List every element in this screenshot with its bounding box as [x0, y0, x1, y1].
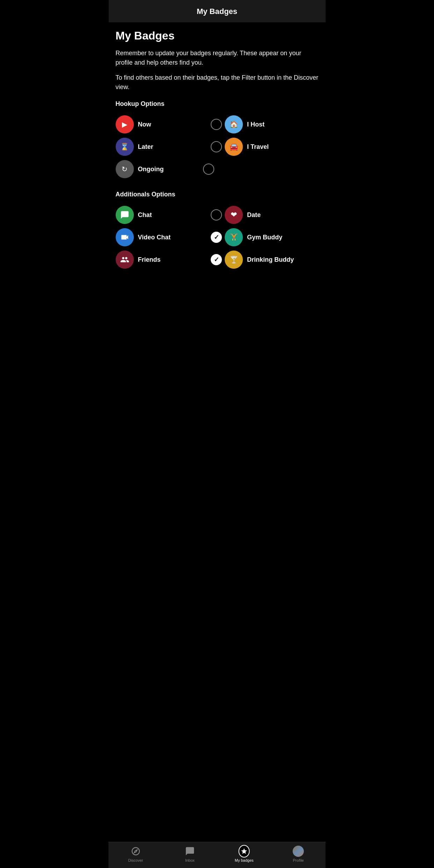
nav-profile[interactable]: Profile	[288, 846, 309, 862]
badge-row-now-ihost: ▶ Now 🏠 I Host	[116, 113, 319, 136]
profile-avatar	[293, 846, 304, 857]
later-checkbox-area[interactable]	[209, 141, 225, 152]
ongoing-checkbox-area[interactable]	[202, 164, 217, 175]
nav-inbox[interactable]: Inbox	[179, 846, 200, 862]
videochat-icon-svg	[120, 233, 129, 242]
badge-item-friends: Friends	[116, 251, 210, 269]
friends-icon-svg	[120, 255, 129, 264]
itravel-icon: 🚘	[225, 138, 243, 156]
mybadges-label: My badges	[235, 858, 254, 862]
discover-label: Discover	[128, 858, 143, 862]
friends-label: Friends	[138, 256, 161, 263]
hookup-section-header: Hookup Options	[116, 100, 319, 108]
nav-discover[interactable]: Discover	[125, 846, 146, 862]
page-title: My Badges	[116, 29, 319, 42]
badge-item-ihost: 🏠 I Host	[225, 115, 319, 133]
app-header: My Badges	[109, 0, 326, 22]
later-icon: ⌛	[116, 138, 134, 156]
videochat-icon	[116, 228, 134, 246]
badge-item-drinkingbuddy: 🍸 Drinking Buddy	[225, 251, 319, 269]
friends-icon	[116, 251, 134, 269]
drinkingbuddy-icon: 🍸	[225, 251, 243, 269]
badge-item-date: ❤ Date	[225, 206, 319, 224]
description-1: Remember to update your badges regularly…	[116, 49, 319, 67]
badge-item-videochat: Video Chat	[116, 228, 210, 246]
profile-label: Profile	[293, 858, 304, 862]
videochat-checkbox-area[interactable]	[209, 232, 225, 243]
ongoing-icon: ↻	[116, 160, 134, 178]
drinkingbuddy-label: Drinking Buddy	[247, 256, 294, 263]
friends-checkbox-area[interactable]	[209, 254, 225, 265]
star-icon-svg	[241, 848, 248, 855]
gymbuddy-label: Gym Buddy	[247, 234, 282, 241]
chat-checkbox-area[interactable]	[209, 209, 225, 220]
description-2: To find others based on their badges, ta…	[116, 73, 319, 92]
nav-my-badges[interactable]: My badges	[234, 846, 255, 862]
now-checkbox[interactable]	[211, 119, 222, 130]
now-label: Now	[138, 121, 151, 128]
mybadges-icon	[239, 846, 250, 857]
badge-item-ongoing: ↻ Ongoing	[116, 160, 202, 178]
additionals-section-header: Additionals Options	[116, 191, 319, 198]
header-title: My Badges	[197, 7, 237, 16]
badge-row-chat-date: Chat ❤ Date	[116, 204, 319, 226]
now-icon: ▶	[116, 115, 134, 133]
badge-item-now: ▶ Now	[116, 115, 210, 133]
itravel-label: I Travel	[247, 143, 269, 151]
ongoing-label: Ongoing	[138, 166, 164, 173]
chat-label: Chat	[138, 211, 152, 219]
ongoing-checkbox[interactable]	[203, 164, 214, 175]
now-checkbox-area[interactable]	[209, 119, 225, 130]
badge-row-later-itravel: ⌛ Later 🚘 I Travel	[116, 136, 319, 158]
discover-icon	[130, 846, 141, 857]
badge-row-videochat-gymbuddy: Video Chat 🏋 Gym Buddy	[116, 226, 319, 248]
friends-checkbox[interactable]	[211, 254, 222, 265]
videochat-label: Video Chat	[138, 234, 171, 241]
inbox-icon-svg	[185, 846, 195, 856]
bottom-nav: Discover Inbox My badges Profile	[109, 842, 326, 868]
later-label: Later	[138, 143, 153, 151]
badge-item-later: ⌛ Later	[116, 138, 210, 156]
ihost-icon: 🏠	[225, 115, 243, 133]
compass-icon-svg	[131, 846, 140, 856]
chat-icon-svg	[120, 210, 129, 219]
profile-icon	[293, 846, 304, 857]
chat-checkbox[interactable]	[211, 209, 222, 220]
star-icon	[239, 845, 250, 858]
gymbuddy-icon: 🏋	[225, 228, 243, 246]
main-content: My Badges Remember to update your badges…	[109, 22, 326, 306]
videochat-checkbox[interactable]	[211, 232, 222, 243]
date-icon: ❤	[225, 206, 243, 224]
ihost-label: I Host	[247, 121, 265, 128]
badge-item-chat: Chat	[116, 206, 210, 224]
date-label: Date	[247, 211, 261, 219]
later-checkbox[interactable]	[211, 141, 222, 152]
badge-row-friends-drinkingbuddy: Friends 🍸 Drinking Buddy	[116, 248, 319, 271]
badge-item-gymbuddy: 🏋 Gym Buddy	[225, 228, 319, 246]
badge-row-ongoing: ↻ Ongoing	[116, 158, 217, 180]
chat-icon	[116, 206, 134, 224]
badge-item-itravel: 🚘 I Travel	[225, 138, 319, 156]
inbox-label: Inbox	[185, 858, 195, 862]
inbox-icon	[184, 846, 195, 857]
